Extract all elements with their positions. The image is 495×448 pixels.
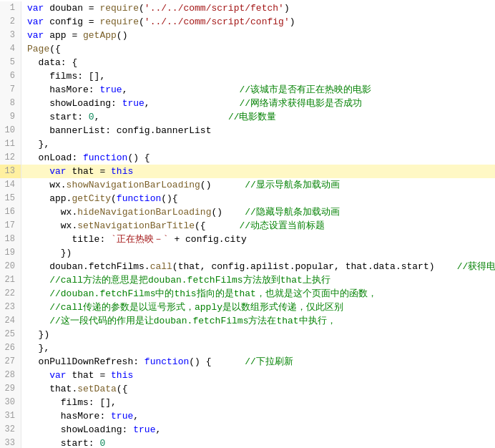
line-number: 15 — [0, 192, 21, 205]
number-token: 0 — [99, 438, 105, 448]
plain-token: () — [200, 180, 245, 190]
code-line: 14 wx.showNavigationBarLoading() //显示导航条… — [0, 178, 495, 192]
code-line: 17 wx.setNavigationBarTitle({ //动态设置当前标题 — [0, 219, 495, 233]
comment-token: //动态设置当前标题 — [239, 220, 325, 231]
line-number: 8 — [0, 97, 21, 110]
method-token: getApp — [83, 30, 117, 41]
code-line: 1var douban = require('../../comm/script… — [0, 1, 495, 15]
line-content: films: [], — [21, 69, 495, 83]
plain-token: app = — [44, 30, 83, 41]
code-line: 6 films: [], — [0, 69, 495, 83]
line-content: hasMore: true, — [21, 409, 495, 423]
line-number: 10 — [0, 124, 21, 137]
line-number: 19 — [0, 246, 21, 260]
keyword-token: var — [27, 16, 44, 27]
plain-token: showLoading: — [27, 98, 122, 109]
code-line: 13 var that = this — [0, 165, 495, 178]
plain-token: ({ — [117, 384, 128, 394]
line-number: 29 — [0, 382, 21, 396]
plain-token: ( — [139, 3, 144, 14]
plain-token: wx. — [27, 180, 67, 190]
line-content: showLoading: true, — [21, 423, 495, 437]
keyword-token: var — [49, 166, 66, 177]
line-content: var config = require('../../comm/script/… — [21, 15, 495, 29]
line-number: 32 — [0, 423, 21, 437]
line-number: 14 — [0, 178, 21, 192]
code-line: 3var app = getApp() — [0, 29, 495, 42]
plain-token: ( — [139, 16, 144, 27]
keyword-token: function — [117, 193, 161, 204]
code-line: 33 start: 0 — [0, 437, 495, 448]
string-token: '../../comm/script/config' — [144, 16, 290, 27]
line-content: showLoading: true, //网络请求获得电影是否成功 — [21, 97, 495, 110]
plain-token: }) — [27, 248, 72, 258]
method-token: getCity — [72, 193, 111, 204]
plain-token: config = — [44, 16, 99, 27]
code-line: 29 that.setData({ — [0, 382, 495, 396]
comment-token: //该城市是否有正在热映的电影 — [239, 84, 371, 95]
line-content: var that = this — [21, 165, 495, 178]
line-content: data: { — [21, 56, 495, 69]
line-number: 27 — [0, 355, 21, 369]
comment-token: //call传递的参数是以逗号形式，apply是以数组形式传递，仅此区别 — [27, 302, 343, 313]
plain-token: that = — [67, 370, 111, 381]
code-line: 18 title: `正在热映－` + config.city — [0, 233, 495, 246]
line-content: films: [], — [21, 396, 495, 409]
code-line: 12 onLoad: function() { — [0, 151, 495, 165]
plain-token: + config.city — [169, 234, 247, 245]
plain-token: }, — [27, 343, 49, 354]
line-number: 25 — [0, 328, 21, 341]
plain-token: ( — [111, 193, 117, 204]
line-content: }) — [21, 246, 495, 260]
line-number: 9 — [0, 110, 21, 124]
code-line: 25 }) — [0, 328, 495, 341]
comment-token: //电影数量 — [228, 112, 277, 122]
line-number: 12 — [0, 151, 21, 165]
plain-token: ({ — [49, 44, 61, 54]
line-number: 4 — [0, 42, 21, 56]
code-line: 26 }, — [0, 341, 495, 355]
line-content: start: 0, //电影数量 — [21, 110, 495, 124]
plain-token: showLoading: — [27, 424, 133, 435]
line-content: var that = this — [21, 369, 495, 382]
line-number: 2 — [0, 15, 21, 29]
plain-token: () { — [189, 356, 245, 367]
line-content: var app = getApp() — [21, 29, 495, 42]
plain-token: () — [211, 207, 245, 218]
plain-token: that = — [67, 166, 111, 177]
code-line: 16 wx.hideNavigationBarLoading() //隐藏导航条… — [0, 205, 495, 219]
line-number: 1 — [0, 1, 21, 15]
plain-token: ({ — [195, 220, 239, 231]
line-number: 22 — [0, 287, 21, 301]
line-content: //call传递的参数是以逗号形式，apply是以数组形式传递，仅此区别 — [21, 301, 495, 314]
line-number: 18 — [0, 233, 21, 246]
keyword-token: this — [111, 166, 133, 177]
comment-token: //douban.fetchFilms中的this指向的是that，也就是这个页… — [27, 288, 377, 299]
method-token: showNavigationBarLoading — [67, 180, 200, 190]
plain-token: () { — [127, 152, 150, 163]
line-content: wx.showNavigationBarLoading() //显示导航条加载动… — [21, 178, 495, 192]
line-content: //这一段代码的作用是让douban.fetchFilms方法在that中执行， — [21, 314, 495, 328]
plain-token: () — [117, 30, 128, 41]
string-token: `正在热映－` — [111, 234, 169, 245]
line-content: onLoad: function() { — [21, 151, 495, 165]
code-line: 11 }, — [0, 137, 495, 151]
plain-token: hasMore: — [27, 411, 111, 422]
line-number: 17 — [0, 219, 21, 233]
code-line: 20 douban.fetchFilms.call(that, config.a… — [0, 260, 495, 273]
line-number: 30 — [0, 396, 21, 409]
plain-token: films: [], — [27, 397, 117, 408]
line-number: 21 — [0, 273, 21, 287]
line-content: }, — [21, 341, 495, 355]
line-content: var douban = require('../../comm/script/… — [21, 1, 495, 15]
keyword-token: var — [27, 3, 44, 14]
plain-token: , — [94, 112, 228, 122]
keyword-token: true — [99, 84, 122, 95]
plain-token — [27, 370, 49, 381]
comment-token: //网络请求获得电影是否成功 — [239, 98, 362, 109]
code-line: 23 //call传递的参数是以逗号形式，apply是以数组形式传递，仅此区别 — [0, 301, 495, 314]
line-content: that.setData({ — [21, 382, 495, 396]
number-token: 0 — [89, 112, 94, 122]
comment-token: //显示导航条加载动画 — [245, 180, 340, 190]
line-content: hasMore: true, //该城市是否有正在热映的电影 — [21, 83, 495, 97]
